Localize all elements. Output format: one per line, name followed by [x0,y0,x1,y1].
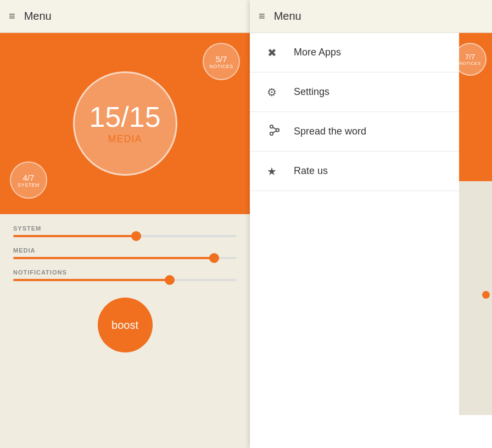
notifications-slider-label: NOTIFICATIONS [13,269,237,276]
right-slider-dot [482,291,490,299]
app-container: ≡ Menu 5/7 NOTICES 4/7 SYSTEM 15/15 MEDI… [0,0,492,448]
settings-label: Settings [294,86,329,98]
notifications-slider-track[interactable] [13,279,237,281]
system-slider-thumb[interactable] [131,231,141,241]
notifications-slider-thumb[interactable] [165,275,175,285]
notifications-slider-row: NOTIFICATIONS [13,269,237,281]
notices-label: NOTICES [209,64,233,69]
svg-line-4 [273,127,276,130]
notices-badge: 5/7 NOTICES [203,43,240,80]
left-hamburger-icon[interactable]: ≡ [9,10,15,23]
menu-item-rate-us[interactable]: ★ Rate us [250,152,492,191]
right-panel: ≡ Menu 7/7 NOTICES ✖ More Apps ⚙ Setting… [250,0,492,448]
right-hamburger-icon[interactable]: ≡ [259,10,265,23]
media-slider-fill [13,257,214,259]
notices-num: 5/7 [216,54,227,64]
right-notices-num: 7/7 [465,53,475,61]
media-slider-thumb[interactable] [209,253,219,263]
more-apps-label: More Apps [294,47,341,58]
main-count: 15/15 [89,103,160,131]
more-apps-icon: ✖ [263,46,281,59]
svg-line-3 [273,131,276,133]
menu-item-spread-the-word[interactable]: Spread the word [250,112,492,152]
main-type: MEDIA [108,133,142,145]
right-header: ≡ Menu [250,0,492,33]
left-header: ≡ Menu [0,0,250,33]
system-slider-label: SYSTEM [13,225,237,232]
left-header-title: Menu [24,10,52,23]
media-slider-row: MEDIA [13,247,237,259]
media-slider-label: MEDIA [13,247,237,254]
panels: ≡ Menu 5/7 NOTICES 4/7 SYSTEM 15/15 MEDI… [0,0,492,448]
rate-us-label: Rate us [294,165,328,177]
sliders-area: SYSTEM MEDIA NOTIFICATIONS [0,214,250,448]
notifications-slider-fill [13,279,170,281]
system-slider-row: SYSTEM [13,225,237,237]
orange-area: 5/7 NOTICES 4/7 SYSTEM 15/15 MEDIA [0,33,250,214]
right-header-title: Menu [274,10,301,23]
media-slider-track[interactable] [13,257,237,259]
system-badge: 4/7 SYSTEM [10,161,47,199]
system-slider-track[interactable] [13,235,237,237]
boost-button[interactable]: boost [98,298,153,352]
system-slider-fill [13,235,136,237]
menu-item-settings[interactable]: ⚙ Settings [250,72,492,112]
boost-btn-wrapper: boost [13,298,237,352]
spread-the-word-label: Spread the word [294,126,366,137]
right-notices-label: NOTICES [459,61,480,66]
system-num: 4/7 [23,173,35,182]
system-label: SYSTEM [18,182,40,188]
left-panel: ≡ Menu 5/7 NOTICES 4/7 SYSTEM 15/15 MEDI… [0,0,250,448]
star-icon: ★ [263,165,281,178]
settings-icon: ⚙ [263,86,281,99]
share-icon [263,124,281,139]
right-notices-peek: 7/7 NOTICES [454,43,487,76]
main-circle: 15/15 MEDIA [73,71,177,176]
